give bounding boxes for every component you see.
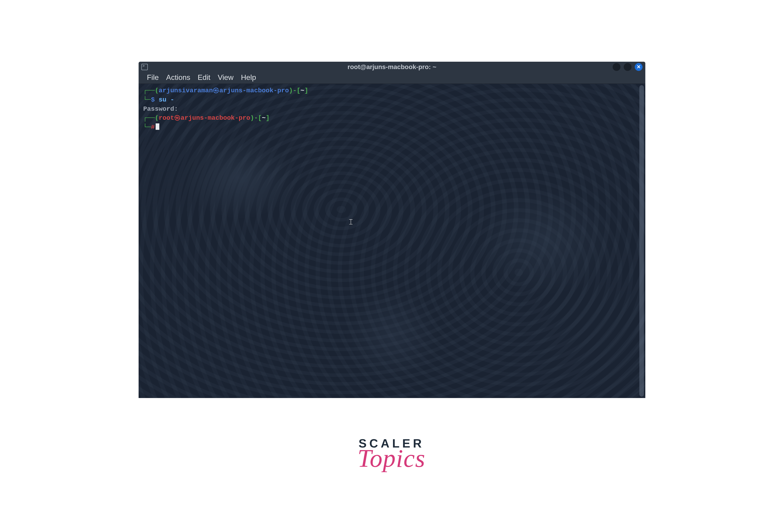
terminal-window: root@arjuns-macbook-pro: ~ ✕ File Action…	[138, 62, 645, 398]
text-cursor-icon	[156, 123, 159, 130]
terminal-body[interactable]: ┌──(arjunsivaraman㉿arjuns-macbook-pro)-[…	[138, 84, 645, 398]
maximize-button[interactable]	[624, 63, 631, 71]
mouse-ibeam-icon: 𝙸	[348, 216, 354, 227]
password-prompt-line: Password:	[143, 104, 641, 114]
scaler-topics-logo: SCALER Topics	[357, 436, 426, 473]
command-line-su: └─$ su -	[143, 95, 641, 104]
logo-bottom-text: Topics	[357, 444, 426, 473]
window-title: root@arjuns-macbook-pro: ~	[348, 63, 437, 71]
menu-edit[interactable]: Edit	[194, 72, 214, 83]
minimize-button[interactable]	[613, 63, 621, 71]
root-command-line: └─#	[143, 123, 641, 132]
menu-help[interactable]: Help	[238, 72, 259, 83]
terminal-app-icon	[142, 64, 148, 70]
close-button[interactable]: ✕	[635, 63, 643, 71]
terminal-scrollbar[interactable]	[639, 85, 644, 397]
window-titlebar: root@arjuns-macbook-pro: ~ ✕	[138, 62, 645, 72]
prompt-line-root: ┌──(root㉿arjuns-macbook-pro)-[~]	[143, 114, 641, 123]
prompt-line-user: ┌──(arjunsivaraman㉿arjuns-macbook-pro)-[…	[143, 86, 641, 95]
menubar: File Actions Edit View Help	[138, 72, 645, 84]
menu-actions[interactable]: Actions	[163, 72, 194, 83]
window-controls: ✕	[613, 63, 643, 71]
menu-file[interactable]: File	[144, 72, 162, 83]
menu-view[interactable]: View	[215, 72, 237, 83]
